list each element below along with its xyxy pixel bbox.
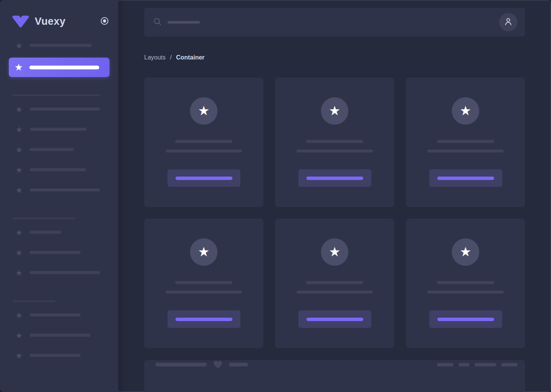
card-text-skeleton: [306, 140, 363, 143]
sidebar-section-label-skeleton: [13, 300, 55, 302]
card-text-skeleton: [166, 291, 242, 294]
footer-links: [437, 363, 517, 366]
sidebar-item-active[interactable]: ★: [9, 58, 110, 77]
sidebar-item[interactable]: ★: [9, 224, 110, 240]
sidebar-item-label-skeleton: [30, 168, 86, 171]
card-action-button[interactable]: [298, 310, 371, 328]
sidebar-item-label-skeleton: [30, 148, 74, 151]
sidebar-section-label-skeleton: [13, 218, 75, 219]
sidebar-item-label-skeleton: [30, 128, 87, 131]
heart-icon[interactable]: [213, 360, 223, 369]
sidebar-item-label-skeleton: [30, 354, 81, 357]
app-window: Vuexy ★★★★★★★★★★★★★: [0, 0, 551, 392]
sidebar-item[interactable]: ★: [9, 162, 110, 178]
card-button-label-skeleton: [306, 318, 363, 321]
breadcrumb-current: Container: [176, 54, 205, 61]
star-icon: ★: [14, 249, 24, 257]
footer-link-skeleton: [437, 363, 453, 366]
sidebar-item[interactable]: ★: [9, 244, 110, 260]
star-icon: ★: [14, 331, 24, 339]
sidebar-item-label-skeleton: [30, 251, 81, 254]
card-avatar: ★: [452, 97, 479, 125]
star-icon: ★: [14, 146, 24, 154]
sidebar-item-label-skeleton: [30, 188, 100, 191]
card-text-skeleton: [437, 281, 494, 284]
footer-text-skeleton: [229, 363, 248, 366]
search-placeholder-skeleton: [168, 21, 200, 24]
footer-link-skeleton: [475, 363, 496, 366]
card-button-label-skeleton: [306, 177, 363, 180]
sidebar-header: Vuexy: [0, 0, 118, 28]
content-card: ★: [406, 218, 525, 348]
footer-link-skeleton: [459, 363, 469, 366]
card-text-skeleton: [427, 149, 504, 153]
sidebar-item-label-skeleton: [30, 231, 61, 234]
star-icon: ★: [460, 104, 471, 118]
content-card: ★: [275, 77, 394, 207]
sidebar-item-label-skeleton: [30, 313, 81, 316]
sidebar-item[interactable]: ★: [9, 101, 110, 117]
card-button-label-skeleton: [176, 177, 232, 180]
card-button-label-skeleton: [176, 318, 232, 321]
card-text-skeleton: [306, 281, 363, 284]
card-avatar: ★: [190, 97, 218, 125]
star-icon: ★: [329, 245, 340, 259]
sidebar-item[interactable]: ★: [9, 307, 110, 323]
footer-card: [144, 360, 525, 392]
star-icon: ★: [14, 125, 24, 133]
card-text-skeleton: [427, 291, 504, 294]
card-action-button[interactable]: [429, 310, 502, 328]
sidebar-item[interactable]: ★: [9, 182, 110, 198]
card-text-skeleton: [296, 149, 373, 153]
cards-grid: ★★★★★★: [144, 77, 525, 348]
card-action-button[interactable]: [429, 169, 502, 187]
content-card: ★: [406, 77, 525, 207]
star-icon: ★: [460, 245, 471, 259]
card-action-button[interactable]: [298, 169, 371, 187]
search-input[interactable]: [153, 17, 200, 27]
card-text-skeleton: [437, 140, 494, 143]
footer-text-skeleton: [155, 363, 207, 366]
sidebar-pin-toggle[interactable]: [100, 16, 109, 27]
star-icon: ★: [14, 269, 24, 277]
card-avatar: ★: [190, 238, 218, 266]
card-avatar: ★: [321, 238, 348, 266]
vuexy-logo-icon: [11, 14, 30, 28]
sidebar-item-label-skeleton: [30, 108, 100, 111]
sidebar-item[interactable]: ★: [9, 265, 110, 281]
sidebar-section-label-skeleton: [13, 95, 101, 96]
star-icon: ★: [14, 63, 23, 72]
footer-row: [155, 360, 517, 369]
card-text-skeleton: [175, 281, 232, 284]
card-text-skeleton: [166, 149, 242, 153]
card-text-skeleton: [296, 291, 373, 294]
sidebar-item[interactable]: ★: [9, 327, 110, 343]
brand-title: Vuexy: [35, 16, 66, 27]
star-icon: ★: [198, 104, 209, 118]
star-icon: ★: [14, 42, 24, 50]
sidebar-item[interactable]: ★: [9, 141, 110, 157]
card-text-skeleton: [175, 140, 232, 143]
card-avatar: ★: [452, 238, 479, 266]
sidebar-item-label-skeleton: [29, 66, 99, 69]
appbar: [144, 8, 525, 37]
card-button-label-skeleton: [437, 318, 494, 321]
star-icon: ★: [329, 104, 340, 118]
search-icon: [153, 17, 162, 27]
star-icon: ★: [14, 186, 24, 194]
user-icon: [503, 17, 513, 28]
breadcrumb-parent[interactable]: Layouts: [144, 54, 166, 61]
content-card: ★: [144, 218, 263, 348]
card-action-button[interactable]: [168, 310, 240, 328]
sidebar-item[interactable]: ★: [9, 347, 110, 363]
star-icon: ★: [14, 166, 24, 174]
sidebar-item[interactable]: ★: [9, 121, 110, 137]
sidebar-item-label-skeleton: [30, 271, 100, 274]
star-icon: ★: [14, 105, 24, 113]
sidebar-item[interactable]: ★: [9, 37, 110, 53]
card-action-button[interactable]: [168, 169, 240, 187]
content-card: ★: [275, 218, 394, 348]
user-avatar-button[interactable]: [499, 13, 517, 31]
sidebar: Vuexy ★★★★★★★★★★★★★: [0, 0, 118, 392]
star-icon: ★: [198, 245, 209, 259]
